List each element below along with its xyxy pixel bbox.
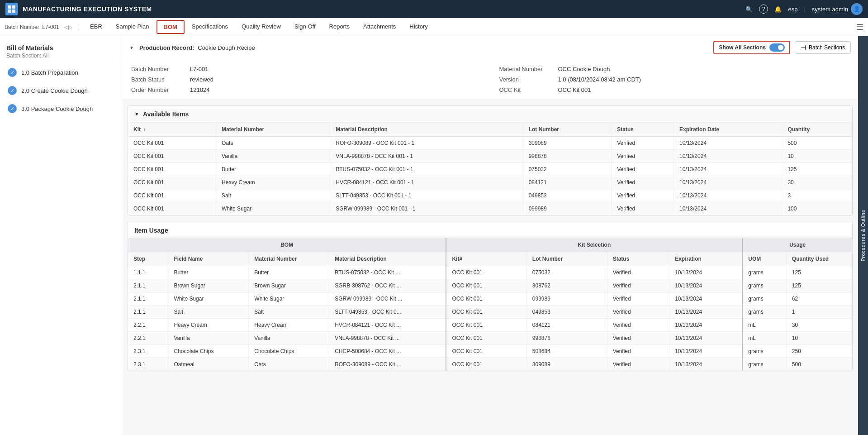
production-record-chevron[interactable]: ▼ [129, 45, 134, 50]
cell-uom: mL [742, 319, 786, 332]
tab-reports[interactable]: Reports [323, 20, 356, 34]
sidebar-item-batch-prep[interactable]: ✓ 1.0 Batch Preparation [0, 63, 122, 81]
cell-expiration-date: 10/13/2024 [674, 150, 782, 163]
table-row: OCC Kit 001 Butter BTUS-075032 - OCC Kit… [128, 163, 852, 176]
cell-status: Verified [607, 332, 669, 345]
col-step[interactable]: Step [128, 252, 168, 266]
cell-material-description: ROFO-309089 - OCC Kit ... [329, 358, 446, 371]
item-usage-title: Item Usage [128, 221, 853, 238]
cell-kit: OCC Kit 001 [446, 332, 526, 345]
col-qty-used[interactable]: Quantity Used [786, 252, 852, 266]
table-row: OCC Kit 001 Oats ROFO-309089 - OCC Kit 0… [128, 137, 852, 150]
svg-rect-0 [8, 5, 11, 9]
col-lot-num[interactable]: Lot Number [526, 252, 607, 266]
sidebar-item-package-cookie[interactable]: ✓ 3.0 Package Cookie Dough [0, 100, 122, 118]
col-status-u[interactable]: Status [607, 252, 669, 266]
col-expiration[interactable]: Expiration Date [674, 123, 782, 137]
col-uom[interactable]: UOM [742, 252, 786, 266]
table-row: OCC Kit 001 Salt SLTT-049853 - OCC Kit 0… [128, 189, 852, 202]
available-items-card: ▼ Available Items Kit ↑ Material Number … [128, 105, 853, 215]
content-area: ▼ Production Record: Cookie Dough Recipe… [122, 36, 858, 435]
cell-lot-number: 099989 [526, 292, 607, 306]
cell-expiration: 10/13/2024 [669, 319, 743, 332]
cell-quantity-used: 500 [786, 358, 852, 371]
col-expiration-u[interactable]: Expiration [669, 252, 743, 266]
material-number-row: Material Number OCC Cookie Dough [499, 66, 849, 72]
production-record-label: Production Record: [139, 44, 194, 51]
cell-step: 2.3.1 [128, 358, 168, 371]
batch-status-value: reviewed [190, 76, 213, 83]
content-header: ▼ Production Record: Cookie Dough Recipe… [122, 36, 858, 59]
tab-specifications[interactable]: Specifications [185, 20, 234, 34]
col-mat-desc[interactable]: Material Description [329, 252, 446, 266]
bom-table-wrap: BOM Kit Selection Usage Step Field Name … [128, 238, 853, 371]
procedures-panel[interactable]: Procedures & Outline [858, 36, 868, 435]
tab-history[interactable]: History [403, 20, 434, 34]
col-lot-number[interactable]: Lot Number [523, 123, 612, 137]
cell-kit: OCC Kit 001 [446, 266, 526, 279]
tab-sign-off[interactable]: Sign Off [288, 20, 322, 34]
collapse-icon[interactable]: ◁▷ [64, 24, 72, 30]
help-icon[interactable]: ? [759, 5, 768, 14]
item-usage-table: BOM Kit Selection Usage Step Field Name … [128, 238, 852, 371]
top-navbar: MANUFACTURING EXECUTION SYSTEM 🔍 ? 🔔 esp… [0, 0, 868, 18]
cell-material-description: SLTT-049853 - OCC Kit 0... [329, 306, 446, 319]
col-material-desc[interactable]: Material Description [330, 123, 523, 137]
table-row: 2.3.1 Oatmeal Oats ROFO-309089 - OCC Kit… [128, 358, 852, 371]
col-material-number[interactable]: Material Number [216, 123, 330, 137]
notification-icon[interactable]: 🔔 [774, 6, 782, 13]
col-status[interactable]: Status [612, 123, 674, 137]
cell-status: Verified [612, 202, 674, 215]
search-icon[interactable]: 🔍 [745, 6, 753, 13]
cell-lot-number: 308762 [526, 279, 607, 292]
tab-quality-review[interactable]: Quality Review [235, 20, 287, 34]
menu-icon[interactable]: ☰ [856, 22, 863, 32]
cell-uom: grams [742, 279, 786, 292]
navbar-left: MANUFACTURING EXECUTION SYSTEM [5, 3, 152, 15]
toggle-switch[interactable] [769, 43, 785, 52]
user-avatar[interactable]: 👤 [851, 3, 863, 15]
col-quantity[interactable]: Quantity [782, 123, 852, 137]
cell-quantity: 3 [782, 189, 852, 202]
col-kit[interactable]: Kit ↑ [128, 123, 216, 137]
batch-sections-label: Batch Sections [809, 44, 845, 51]
app-logo[interactable] [5, 3, 18, 15]
table-row: 2.1.1 White Sugar White Sugar SGRW-09998… [128, 292, 852, 306]
cell-lot-number: 049853 [523, 189, 612, 202]
cell-lot-number: 075032 [526, 266, 607, 279]
cell-kit: OCC Kit 001 [128, 137, 216, 150]
cell-kit: OCC Kit 001 [128, 176, 216, 189]
cell-material-number: Oats [249, 358, 329, 371]
col-field-name[interactable]: Field Name [168, 252, 249, 266]
col-mat-num[interactable]: Material Number [249, 252, 329, 266]
cell-kit: OCC Kit 001 [128, 150, 216, 163]
cell-status: Verified [607, 306, 669, 319]
tab-ebr[interactable]: EBR [84, 20, 109, 34]
bom-group-header-row: BOM Kit Selection Usage [128, 238, 852, 252]
language-selector[interactable]: esp [788, 6, 797, 13]
cell-material-description: VNLA-998878 - OCC Kit ... [329, 332, 446, 345]
sidebar-item-create-cookie[interactable]: ✓ 2.0 Create Cookie Dough [0, 81, 122, 100]
available-items-header[interactable]: ▼ Available Items [128, 106, 852, 123]
cell-field-name: Brown Sugar [168, 279, 249, 292]
col-kit-hash[interactable]: Kit# [446, 252, 526, 266]
cell-expiration-date: 10/13/2024 [674, 176, 782, 189]
table-row: 2.3.1 Chocolate Chips Chocolate Chips CH… [128, 345, 852, 358]
batch-status-row: Batch Status reviewed [131, 76, 481, 83]
cell-material-description: BTUS-075032 - OCC Kit 001 - 1 [330, 163, 523, 176]
show-sections-toggle[interactable]: Show All Sections [713, 41, 790, 54]
tab-attachments[interactable]: Attachments [357, 20, 402, 34]
cell-quantity-used: 62 [786, 292, 852, 306]
tab-bom[interactable]: BOM [157, 20, 185, 34]
cell-material-description: ROFO-309089 - OCC Kit 001 - 1 [330, 137, 523, 150]
sidebar-item-label-create-cookie: 2.0 Create Cookie Dough [21, 87, 88, 94]
cell-material-number: White Sugar [216, 202, 330, 215]
production-record-value: Cookie Dough Recipe [198, 44, 255, 51]
batch-sections-button[interactable]: ⊣ Batch Sections [795, 41, 851, 54]
table-row: 2.1.1 Salt Salt SLTT-049853 - OCC Kit 0.… [128, 306, 852, 319]
tab-sample-plan[interactable]: Sample Plan [109, 20, 156, 34]
cell-material-description: CHCP-508684 - OCC Kit ... [329, 345, 446, 358]
navbar-right: 🔍 ? 🔔 esp | system admin 👤 [745, 3, 863, 15]
cell-field-name: Oatmeal [168, 358, 249, 371]
cell-material-number: Heavy Cream [216, 176, 330, 189]
